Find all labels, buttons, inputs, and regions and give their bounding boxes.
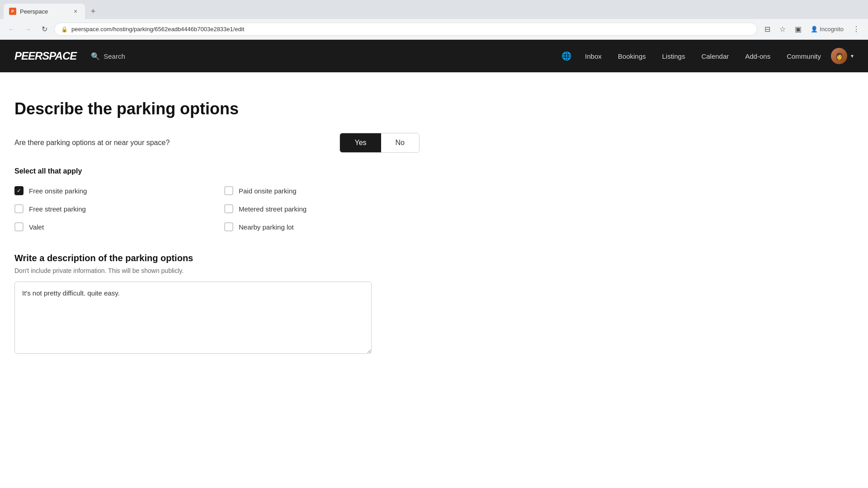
forward-button[interactable]: → — [22, 23, 34, 36]
checkbox-metered-street-box[interactable] — [224, 204, 233, 213]
tab-favicon: P — [9, 8, 16, 15]
checkbox-paid-onsite-box[interactable] — [224, 186, 233, 195]
main-content: Describe the parking options Are there p… — [0, 72, 434, 383]
search-icon: 🔍 — [91, 52, 100, 61]
search-button[interactable]: 🔍 Search — [91, 52, 125, 61]
incognito-label: Incognito — [820, 26, 844, 33]
parking-question-row: Are there parking options at or near you… — [14, 133, 420, 153]
nav-item-community[interactable]: Community — [780, 49, 827, 64]
checkbox-free-street-box[interactable] — [14, 204, 24, 213]
lock-icon: 🔒 — [61, 26, 68, 33]
checkbox-metered-street-label: Metered street parking — [239, 205, 307, 213]
bookmark-button[interactable]: ☆ — [776, 23, 789, 36]
checkbox-valet-label: Valet — [29, 223, 44, 231]
description-hint: Don't include private information. This … — [14, 267, 420, 274]
checkbox-nearby-lot[interactable]: Nearby parking lot — [224, 222, 420, 231]
checkbox-metered-street[interactable]: Metered street parking — [224, 204, 420, 213]
checkbox-paid-onsite[interactable]: Paid onsite parking — [224, 186, 420, 195]
checkbox-free-onsite-box[interactable]: ✓ — [14, 186, 24, 195]
description-section-title: Write a description of the parking optio… — [14, 253, 420, 263]
tab-title: Peerspace — [20, 8, 68, 15]
avatar[interactable]: 👩 — [831, 48, 847, 64]
yes-button[interactable]: Yes — [340, 133, 381, 152]
checkbox-nearby-lot-label: Nearby parking lot — [239, 223, 294, 231]
checkbox-free-onsite[interactable]: ✓ Free onsite parking — [14, 186, 210, 195]
search-label: Search — [104, 52, 125, 60]
checkbox-paid-onsite-label: Paid onsite parking — [239, 187, 297, 195]
cast-button[interactable]: ⊟ — [761, 23, 774, 36]
profile-window-button[interactable]: ▣ — [792, 23, 804, 36]
select-subtitle: Select all that apply — [14, 167, 420, 175]
checkbox-free-street-label: Free street parking — [29, 205, 86, 213]
nav-item-listings[interactable]: Listings — [656, 49, 692, 64]
checkbox-nearby-lot-box[interactable] — [224, 222, 233, 231]
browser-toolbar: ← → ↻ 🔒 peerspace.com/hosting/parking/65… — [0, 19, 868, 39]
refresh-button[interactable]: ↻ — [38, 23, 51, 36]
person-icon: 👤 — [811, 26, 818, 33]
address-bar[interactable]: 🔒 peerspace.com/hosting/parking/6562eadb… — [54, 23, 757, 36]
back-button[interactable]: ← — [5, 23, 18, 36]
checkbox-valet[interactable]: Valet — [14, 222, 210, 231]
address-text: peerspace.com/hosting/parking/6562eadb44… — [71, 26, 750, 33]
yes-no-group: Yes No — [340, 133, 420, 153]
page-title: Describe the parking options — [14, 99, 420, 118]
checkbox-free-street[interactable]: Free street parking — [14, 204, 210, 213]
new-tab-button[interactable]: + — [87, 5, 99, 18]
checkboxes-grid: ✓ Free onsite parking Paid onsite parkin… — [14, 186, 420, 231]
nav-item-addons[interactable]: Add-ons — [739, 49, 777, 64]
more-button[interactable]: ⋮ — [850, 23, 863, 36]
browser-chrome: P Peerspace × + ← → ↻ 🔒 peerspace.com/ho… — [0, 0, 868, 40]
avatar-image: 👩 — [835, 52, 843, 60]
no-button[interactable]: No — [381, 133, 419, 152]
checkbox-free-onsite-label: Free onsite parking — [29, 187, 87, 195]
browser-actions: ⊟ ☆ ▣ 👤 Incognito ⋮ — [761, 23, 863, 36]
description-textarea[interactable]: It's not pretty difficult. quite easy. — [14, 282, 372, 354]
parking-question-text: Are there parking options at or near you… — [14, 139, 340, 147]
app-logo[interactable]: PEERSPACE — [14, 50, 76, 62]
browser-tab-bar: P Peerspace × + — [0, 0, 868, 19]
nav-item-bookings[interactable]: Bookings — [612, 49, 652, 64]
tab-close-button[interactable]: × — [71, 7, 80, 15]
browser-tab[interactable]: P Peerspace × — [4, 4, 85, 19]
nav-item-calendar[interactable]: Calendar — [695, 49, 735, 64]
checkbox-valet-box[interactable] — [14, 222, 24, 231]
account-dropdown-arrow[interactable]: ▾ — [851, 53, 854, 59]
app-nav: 🌐 Inbox Bookings Listings Calendar Add-o… — [558, 47, 854, 65]
nav-item-inbox[interactable]: Inbox — [579, 49, 608, 64]
app-header: PEERSPACE 🔍 Search 🌐 Inbox Bookings List… — [0, 40, 868, 72]
globe-icon[interactable]: 🌐 — [558, 47, 575, 65]
account-button[interactable]: 👤 Incognito — [807, 23, 847, 36]
